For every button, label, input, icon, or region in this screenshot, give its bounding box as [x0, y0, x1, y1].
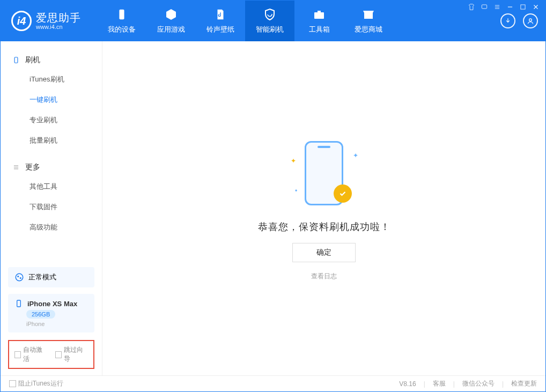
ok-button[interactable]: 确定	[292, 243, 356, 262]
sparkle-icon: ✦	[291, 157, 296, 165]
svg-point-9	[20, 277, 21, 279]
svg-point-7	[16, 273, 23, 281]
status-bar: 阻止iTunes运行 V8.16 | 客服 | 微信公众号 | 检查更新	[1, 375, 545, 391]
view-log-link[interactable]: 查看日志	[311, 272, 337, 281]
sparkle-icon: ✦	[353, 152, 358, 159]
minimize-button[interactable]	[506, 3, 514, 12]
tab-label: 应用游戏	[157, 25, 185, 34]
device-name: iPhone XS Max	[27, 300, 77, 308]
app-url: www.i4.cn	[36, 24, 81, 30]
list-icon	[12, 164, 20, 171]
close-button[interactable]	[532, 3, 540, 12]
svg-rect-0	[119, 10, 124, 19]
toolbox-icon	[312, 8, 326, 21]
device-card[interactable]: iPhone XS Max 256GB iPhone	[8, 294, 94, 332]
cube-icon	[164, 8, 178, 21]
menu-icon[interactable]	[493, 3, 501, 12]
nav-tabs: 我的设备 应用游戏 铃声壁纸 智能刷机 工具箱 爱思商城	[97, 1, 393, 41]
tab-label: 爱思商城	[355, 25, 382, 34]
phone-icon	[14, 299, 23, 308]
tab-label: 工具箱	[309, 25, 330, 34]
download-button[interactable]	[500, 13, 515, 28]
flash-options-box: 自动激活 跳过向导	[8, 340, 94, 369]
feedback-icon[interactable]	[481, 3, 488, 12]
sidebar-item-other-tools[interactable]: 其他工具	[1, 176, 102, 197]
user-button[interactable]	[523, 13, 538, 28]
svg-rect-1	[314, 12, 324, 19]
main-content: ✦ ✦ • 恭喜您，保资料刷机成功啦！ 确定 查看日志	[102, 41, 545, 375]
section-title: 刷机	[25, 55, 40, 65]
success-message: 恭喜您，保资料刷机成功啦！	[258, 220, 390, 233]
svg-rect-5	[521, 5, 525, 9]
header-bar: i4 爱思助手 www.i4.cn 我的设备 应用游戏 铃声壁纸 智能刷机 工具…	[1, 1, 545, 41]
auto-activate-checkbox[interactable]: 自动激活	[14, 345, 48, 364]
success-illustration: ✦ ✦ •	[286, 136, 361, 211]
mode-card[interactable]: 正常模式	[8, 267, 94, 287]
tab-apps-games[interactable]: 应用游戏	[146, 1, 196, 41]
sidebar-item-advanced[interactable]: 高级功能	[1, 217, 102, 238]
logo-icon: i4	[11, 11, 32, 31]
maximize-button[interactable]	[519, 3, 527, 12]
device-icon	[115, 8, 129, 21]
sidebar-item-batch-flash[interactable]: 批量刷机	[1, 130, 102, 151]
version-label: V8.16	[399, 380, 416, 388]
window-controls	[468, 3, 540, 12]
sidebar-item-oneclick-flash[interactable]: 一键刷机	[1, 90, 102, 110]
block-itunes-checkbox[interactable]: 阻止iTunes运行	[9, 379, 63, 388]
tab-label: 智能刷机	[256, 25, 284, 34]
capacity-badge: 256GB	[26, 310, 55, 319]
svg-point-8	[17, 276, 19, 277]
svg-rect-4	[482, 5, 486, 9]
sidebar-item-download-firmware[interactable]: 下载固件	[1, 197, 102, 217]
svg-rect-10	[17, 300, 21, 307]
tab-label: 铃声壁纸	[206, 25, 234, 34]
shirt-icon[interactable]	[468, 3, 475, 12]
shield-refresh-icon	[263, 8, 277, 21]
svg-point-3	[529, 19, 532, 21]
tab-toolbox[interactable]: 工具箱	[294, 1, 344, 41]
header-right	[500, 13, 540, 28]
sidebar-item-pro-flash[interactable]: 专业刷机	[1, 110, 102, 130]
tab-smart-flash[interactable]: 智能刷机	[245, 1, 294, 41]
footer-link-wechat[interactable]: 微信公众号	[462, 379, 495, 388]
music-file-icon	[213, 8, 227, 21]
app-title: 爱思助手	[36, 12, 81, 24]
footer-link-update[interactable]: 检查更新	[511, 379, 537, 388]
check-icon	[334, 184, 352, 203]
sidebar-item-itunes-flash[interactable]: iTunes刷机	[1, 69, 102, 90]
sidebar: 刷机 iTunes刷机 一键刷机 专业刷机 批量刷机 更多 其他工具 下载固件 …	[1, 41, 102, 375]
device-type: iPhone	[26, 321, 45, 327]
sparkle-icon: •	[295, 187, 297, 195]
footer-link-support[interactable]: 客服	[433, 379, 446, 388]
tab-ringtones-wallpapers[interactable]: 铃声壁纸	[196, 1, 245, 41]
app-logo: i4 爱思助手 www.i4.cn	[11, 11, 81, 31]
sidebar-section-flash: 刷机	[1, 51, 102, 69]
section-title: 更多	[25, 162, 40, 172]
tab-label: 我的设备	[108, 25, 136, 34]
device-icon	[12, 56, 20, 64]
skip-wizard-checkbox[interactable]: 跳过向导	[55, 345, 88, 364]
svg-rect-6	[14, 57, 18, 63]
sidebar-section-more: 更多	[1, 158, 102, 176]
mode-label: 正常模式	[28, 272, 56, 282]
tab-my-device[interactable]: 我的设备	[97, 1, 146, 41]
store-icon	[361, 8, 375, 21]
tab-store[interactable]: 爱思商城	[344, 1, 393, 41]
svg-rect-2	[318, 11, 321, 12]
mode-icon	[14, 272, 24, 282]
